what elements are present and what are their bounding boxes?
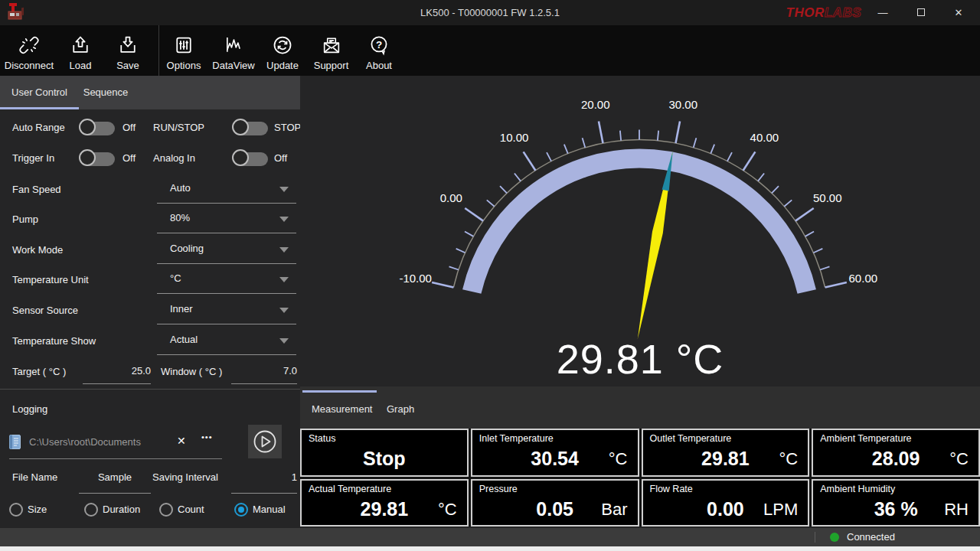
connection-indicator-icon xyxy=(830,533,839,542)
gauge-minor-tick xyxy=(465,231,473,236)
gauge-major-tick xyxy=(465,208,483,221)
gauge-reading: 29.81 °C xyxy=(300,335,980,383)
target-window-row: Target ( °C ) 25.0 Window ( °C ) 7.0 xyxy=(0,358,300,386)
load-button[interactable]: Load xyxy=(63,25,98,76)
chevron-down-icon xyxy=(279,308,289,313)
gauge-tick-label: 40.00 xyxy=(750,131,779,144)
run-stop-state: STOP xyxy=(274,122,301,133)
support-icon xyxy=(321,34,342,56)
actual-temperature-cell: Actual Temperature 29.81 °C xyxy=(300,479,469,527)
toggle-knob xyxy=(79,119,96,135)
temperature-unit-row: Temperature Unit °C xyxy=(0,266,300,294)
clear-path-button[interactable]: ✕ xyxy=(177,435,186,447)
pump-label: Pump xyxy=(12,214,38,225)
gauge-minor-tick xyxy=(456,249,466,253)
mode-duration-radio[interactable]: Duration xyxy=(84,502,140,517)
gauge-minor-tick xyxy=(727,152,732,161)
work-mode-dropdown[interactable]: Cooling xyxy=(157,236,296,264)
about-button[interactable]: ? About xyxy=(359,25,399,76)
path-underline xyxy=(9,458,222,459)
maximize-icon xyxy=(917,8,925,16)
gauge-major-tick xyxy=(524,152,536,170)
gauge-tick-label: 20.00 xyxy=(581,98,610,111)
analog-in-state: Off xyxy=(274,152,287,164)
options-button[interactable]: Options xyxy=(164,25,204,76)
load-icon xyxy=(70,34,91,56)
gauge-tick-label: 50.00 xyxy=(813,191,842,204)
radio-icon xyxy=(9,503,23,517)
minimize-button[interactable]: — xyxy=(869,0,897,25)
window-bottom-edge xyxy=(0,546,980,551)
pump-dropdown[interactable]: 80% xyxy=(157,205,296,233)
mode-manual-radio[interactable]: Manual xyxy=(234,502,286,517)
radio-icon xyxy=(159,503,173,517)
auto-range-state: Off xyxy=(122,122,136,133)
disconnect-icon xyxy=(18,34,40,56)
fan-speed-row: Fan Speed Auto xyxy=(0,175,300,204)
toggle-row-2: Trigger In Off Analog In Off xyxy=(0,145,300,171)
maximize-button[interactable] xyxy=(907,0,935,25)
active-tab-indicator xyxy=(0,107,79,109)
analog-in-toggle[interactable] xyxy=(234,152,268,166)
tab-graph[interactable]: Graph xyxy=(387,386,414,429)
toolbar: Disconnect Load Save Options xyxy=(0,25,980,76)
run-stop-toggle[interactable] xyxy=(234,122,268,135)
trigger-in-label: Trigger In xyxy=(12,152,54,164)
tab-sequence[interactable]: Sequence xyxy=(79,76,132,109)
saving-interval-input[interactable]: 1 xyxy=(231,465,297,494)
trigger-in-state: Off xyxy=(122,152,136,164)
gauge-minor-tick xyxy=(658,131,658,141)
window-input[interactable]: 7.0 xyxy=(231,358,297,384)
file-name-label: File Name xyxy=(12,471,57,483)
log-path-field[interactable]: C:\Users\root\Documents xyxy=(29,436,141,448)
file-name-input[interactable]: Sample xyxy=(79,465,151,494)
temperature-show-dropdown[interactable]: Actual xyxy=(157,327,296,355)
target-input[interactable]: 25.0 xyxy=(83,358,151,384)
logging-mode-row: Size Duration Count Manual xyxy=(0,502,300,520)
gauge-minor-tick xyxy=(758,173,764,181)
disconnect-button[interactable]: Disconnect xyxy=(2,25,57,76)
status-cell: Status Stop xyxy=(300,429,469,477)
update-button[interactable]: Update xyxy=(263,25,302,76)
gauge-minor-tick xyxy=(784,200,792,206)
temperature-unit-dropdown[interactable]: °C xyxy=(157,266,296,294)
start-logging-button[interactable] xyxy=(248,425,282,458)
gauge-major-tick xyxy=(743,152,756,170)
ambient-humidity-cell: Ambient Humidity 36 % RH xyxy=(812,479,980,527)
mode-count-radio[interactable]: Count xyxy=(159,502,204,517)
gauge-tick-label: 30.00 xyxy=(668,98,697,111)
gauge-minor-tick xyxy=(620,131,621,141)
fan-speed-dropdown[interactable]: Auto xyxy=(157,175,296,204)
sensor-source-dropdown[interactable]: Inner xyxy=(157,296,296,324)
auto-range-toggle[interactable] xyxy=(81,122,115,135)
toggle-knob xyxy=(232,119,249,135)
update-icon xyxy=(272,34,293,56)
gauge-major-tick xyxy=(795,208,814,221)
close-button[interactable]: ✕ xyxy=(945,0,972,25)
dataview-button[interactable]: DataView xyxy=(210,25,257,76)
saving-interval-label: Saving Interval xyxy=(152,471,218,483)
play-icon xyxy=(248,425,282,458)
tab-measurement[interactable]: Measurement xyxy=(312,386,372,429)
temperature-unit-label: Temperature Unit xyxy=(12,274,89,285)
left-tab-bar: User Control Sequence xyxy=(0,76,300,109)
measurement-tab-bar: Measurement Graph xyxy=(300,386,980,429)
target-label: Target ( °C ) xyxy=(12,366,66,377)
connection-status: Connected xyxy=(847,528,895,546)
section-divider xyxy=(0,389,300,390)
support-button[interactable]: Support xyxy=(309,25,353,76)
file-name-row: File Name Sample Saving Interval 1 xyxy=(0,465,300,496)
temperature-show-label: Temperature Show xyxy=(12,335,96,347)
trigger-in-toggle[interactable] xyxy=(81,152,115,166)
gauge-tick-label: 0.00 xyxy=(440,191,462,204)
pressure-cell: Pressure 0.05 Bar xyxy=(471,479,639,527)
about-icon: ? xyxy=(368,34,390,56)
status-divider xyxy=(815,532,815,543)
browse-path-button[interactable]: ••• xyxy=(201,432,213,442)
mode-size-radio[interactable]: Size xyxy=(9,502,47,517)
gauge-minor-tick xyxy=(564,145,568,154)
gauge-minor-tick xyxy=(583,138,586,147)
save-button[interactable]: Save xyxy=(110,25,145,76)
gauge-minor-tick xyxy=(547,152,551,161)
tab-user-control[interactable]: User Control xyxy=(0,76,79,109)
